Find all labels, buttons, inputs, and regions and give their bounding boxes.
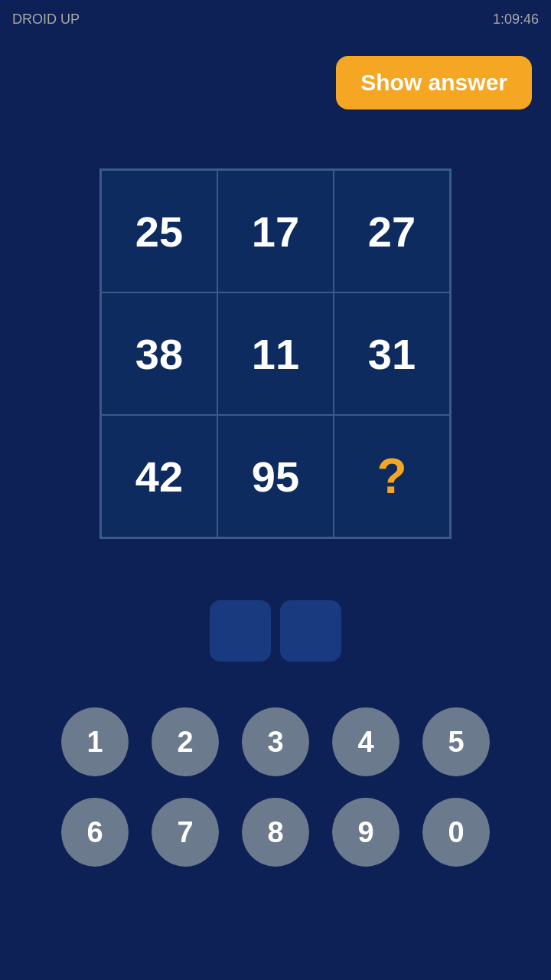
grid-row-2: 38 11 31 xyxy=(101,292,450,415)
numpad-row-2: 6 7 8 9 0 xyxy=(61,798,490,867)
num-btn-2[interactable]: 2 xyxy=(152,707,219,776)
num-btn-1[interactable]: 1 xyxy=(61,707,129,776)
grid-cell-0-2: 27 xyxy=(334,170,450,292)
answer-display xyxy=(199,600,352,662)
grid-cell-2-0: 42 xyxy=(101,415,217,537)
answer-box-2 xyxy=(280,600,341,662)
grid-cell-0-1: 17 xyxy=(217,170,334,292)
numpad-row-1: 1 2 3 4 5 xyxy=(61,707,490,776)
grid-cell-question: ? xyxy=(334,415,450,537)
puzzle-grid: 25 17 27 38 11 31 42 95 ? xyxy=(99,168,452,539)
status-bar: DROID UP 1:09:46 xyxy=(0,0,551,38)
answer-box-1 xyxy=(210,600,271,662)
num-btn-3[interactable]: 3 xyxy=(242,707,309,776)
num-btn-6[interactable]: 6 xyxy=(61,798,129,867)
status-right: 1:09:46 xyxy=(493,11,539,28)
grid-row-3: 42 95 ? xyxy=(101,415,450,537)
grid-row-1: 25 17 27 xyxy=(101,170,450,292)
num-btn-4[interactable]: 4 xyxy=(332,707,399,776)
numpad: 1 2 3 4 5 6 7 8 9 0 xyxy=(61,707,490,867)
grid-cell-1-2: 31 xyxy=(334,292,450,415)
num-btn-9[interactable]: 9 xyxy=(332,798,399,867)
grid-cell-2-1: 95 xyxy=(217,415,334,537)
num-btn-8[interactable]: 8 xyxy=(242,798,309,867)
num-btn-0[interactable]: 0 xyxy=(422,798,490,867)
num-btn-7[interactable]: 7 xyxy=(152,798,219,867)
num-btn-5[interactable]: 5 xyxy=(422,707,490,776)
grid-cell-1-0: 38 xyxy=(101,292,217,415)
show-answer-button[interactable]: Show answer xyxy=(336,56,532,109)
status-left: DROID UP xyxy=(12,11,80,28)
grid-cell-0-0: 25 xyxy=(101,170,217,292)
grid-cell-1-1: 11 xyxy=(217,292,334,415)
